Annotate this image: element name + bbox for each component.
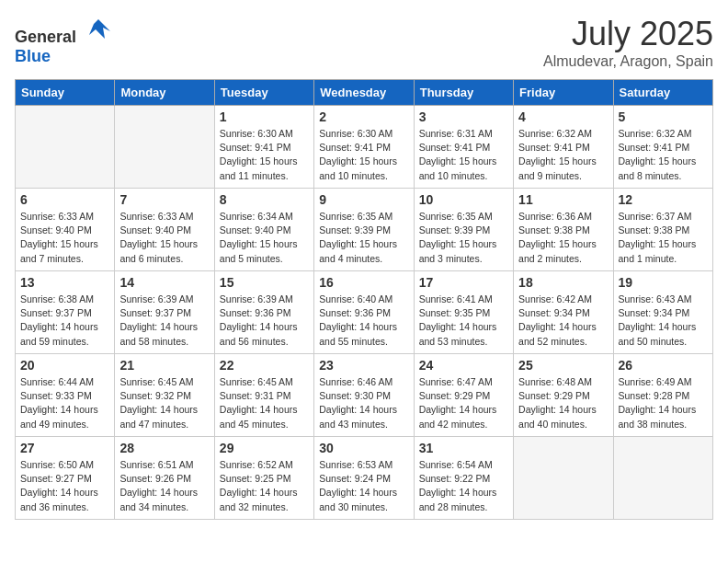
day-number: 6 [20, 192, 109, 207]
month-title: July 2025 [543, 15, 713, 53]
calendar-cell: 7 Sunrise: 6:33 AMSunset: 9:40 PMDayligh… [115, 189, 214, 271]
day-info: Sunrise: 6:35 AMSunset: 9:39 PMDaylight:… [419, 210, 508, 266]
day-number: 14 [119, 275, 209, 290]
weekday-header-friday: Friday [514, 80, 613, 106]
calendar-cell [514, 437, 613, 520]
day-number: 3 [419, 109, 508, 124]
calendar-cell: 10 Sunrise: 6:35 AMSunset: 9:39 PMDaylig… [414, 189, 513, 271]
day-info: Sunrise: 6:39 AMSunset: 9:37 PMDaylight:… [119, 293, 209, 349]
day-number: 2 [319, 109, 408, 124]
calendar-cell: 22 Sunrise: 6:45 AMSunset: 9:31 PMDaylig… [214, 354, 313, 437]
logo-blue: Blue [15, 47, 51, 65]
calendar-cell: 28 Sunrise: 6:51 AMSunset: 9:26 PMDaylig… [115, 437, 214, 520]
calendar-cell: 19 Sunrise: 6:43 AMSunset: 9:34 PMDaylig… [613, 271, 712, 354]
logo: General Blue [15, 15, 112, 66]
weekday-header-row: SundayMondayTuesdayWednesdayThursdayFrid… [16, 80, 713, 106]
calendar-cell: 30 Sunrise: 6:53 AMSunset: 9:24 PMDaylig… [314, 437, 414, 520]
day-number: 25 [518, 358, 608, 373]
weekday-header-monday: Monday [115, 80, 214, 106]
calendar-cell: 18 Sunrise: 6:42 AMSunset: 9:34 PMDaylig… [514, 271, 613, 354]
day-number: 16 [319, 275, 408, 290]
calendar-cell [16, 106, 115, 189]
day-info: Sunrise: 6:37 AMSunset: 9:38 PMDaylight:… [619, 210, 708, 266]
calendar-cell: 25 Sunrise: 6:48 AMSunset: 9:29 PMDaylig… [514, 354, 613, 437]
day-info: Sunrise: 6:52 AMSunset: 9:25 PMDaylight:… [220, 458, 309, 514]
day-number: 21 [119, 358, 209, 373]
day-info: Sunrise: 6:40 AMSunset: 9:36 PMDaylight:… [319, 293, 408, 349]
svg-marker-0 [89, 19, 110, 39]
weekday-header-wednesday: Wednesday [314, 80, 414, 106]
day-info: Sunrise: 6:32 AMSunset: 9:41 PMDaylight:… [619, 127, 708, 183]
calendar-cell: 31 Sunrise: 6:54 AMSunset: 9:22 PMDaylig… [414, 437, 513, 520]
day-number: 1 [220, 109, 309, 124]
page-header: General Blue July 2025 Almudevar, Aragon… [15, 15, 713, 70]
day-info: Sunrise: 6:39 AMSunset: 9:36 PMDaylight:… [220, 293, 309, 349]
day-number: 19 [619, 275, 708, 290]
day-info: Sunrise: 6:36 AMSunset: 9:38 PMDaylight:… [518, 210, 608, 266]
day-info: Sunrise: 6:45 AMSunset: 9:32 PMDaylight:… [119, 375, 209, 431]
weekday-header-tuesday: Tuesday [214, 80, 313, 106]
calendar-cell: 5 Sunrise: 6:32 AMSunset: 9:41 PMDayligh… [613, 106, 712, 189]
day-info: Sunrise: 6:32 AMSunset: 9:41 PMDaylight:… [518, 127, 608, 183]
calendar-cell: 21 Sunrise: 6:45 AMSunset: 9:32 PMDaylig… [115, 354, 214, 437]
calendar-cell: 16 Sunrise: 6:40 AMSunset: 9:36 PMDaylig… [314, 271, 414, 354]
day-number: 11 [518, 192, 608, 207]
calendar-cell: 23 Sunrise: 6:46 AMSunset: 9:30 PMDaylig… [314, 354, 414, 437]
calendar-cell: 1 Sunrise: 6:30 AMSunset: 9:41 PMDayligh… [214, 106, 313, 189]
calendar-cell: 20 Sunrise: 6:44 AMSunset: 9:33 PMDaylig… [16, 354, 115, 437]
calendar-table: SundayMondayTuesdayWednesdayThursdayFrid… [15, 79, 713, 520]
day-info: Sunrise: 6:44 AMSunset: 9:33 PMDaylight:… [20, 375, 109, 431]
day-number: 20 [20, 358, 109, 373]
day-number: 7 [119, 192, 209, 207]
day-number: 4 [518, 109, 608, 124]
calendar-cell: 11 Sunrise: 6:36 AMSunset: 9:38 PMDaylig… [514, 189, 613, 271]
day-info: Sunrise: 6:30 AMSunset: 9:41 PMDaylight:… [220, 127, 309, 183]
week-row-3: 13 Sunrise: 6:38 AMSunset: 9:37 PMDaylig… [16, 271, 713, 354]
day-info: Sunrise: 6:49 AMSunset: 9:28 PMDaylight:… [619, 375, 708, 431]
day-number: 8 [220, 192, 309, 207]
day-info: Sunrise: 6:48 AMSunset: 9:29 PMDaylight:… [518, 375, 608, 431]
day-info: Sunrise: 6:33 AMSunset: 9:40 PMDaylight:… [20, 210, 109, 266]
day-number: 12 [619, 192, 708, 207]
day-number: 15 [220, 275, 309, 290]
calendar-cell: 6 Sunrise: 6:33 AMSunset: 9:40 PMDayligh… [16, 189, 115, 271]
day-number: 18 [518, 275, 608, 290]
calendar-cell: 12 Sunrise: 6:37 AMSunset: 9:38 PMDaylig… [613, 189, 712, 271]
day-number: 22 [220, 358, 309, 373]
day-info: Sunrise: 6:54 AMSunset: 9:22 PMDaylight:… [419, 458, 508, 514]
logo-wordmark: General Blue [15, 15, 112, 66]
calendar-cell: 8 Sunrise: 6:34 AMSunset: 9:40 PMDayligh… [214, 189, 313, 271]
logo-bird-icon [85, 15, 112, 42]
day-info: Sunrise: 6:45 AMSunset: 9:31 PMDaylight:… [220, 375, 309, 431]
day-info: Sunrise: 6:38 AMSunset: 9:37 PMDaylight:… [20, 293, 109, 349]
day-info: Sunrise: 6:30 AMSunset: 9:41 PMDaylight:… [319, 127, 408, 183]
weekday-header-thursday: Thursday [414, 80, 513, 106]
day-info: Sunrise: 6:51 AMSunset: 9:26 PMDaylight:… [119, 458, 209, 514]
calendar-cell: 9 Sunrise: 6:35 AMSunset: 9:39 PMDayligh… [314, 189, 414, 271]
day-number: 29 [220, 441, 309, 455]
week-row-2: 6 Sunrise: 6:33 AMSunset: 9:40 PMDayligh… [16, 189, 713, 271]
day-number: 13 [20, 275, 109, 290]
calendar-cell: 27 Sunrise: 6:50 AMSunset: 9:27 PMDaylig… [16, 437, 115, 520]
title-block: July 2025 Almudevar, Aragon, Spain [543, 15, 713, 70]
calendar-cell: 29 Sunrise: 6:52 AMSunset: 9:25 PMDaylig… [214, 437, 313, 520]
day-info: Sunrise: 6:42 AMSunset: 9:34 PMDaylight:… [518, 293, 608, 349]
day-info: Sunrise: 6:50 AMSunset: 9:27 PMDaylight:… [20, 458, 109, 514]
day-info: Sunrise: 6:31 AMSunset: 9:41 PMDaylight:… [419, 127, 508, 183]
calendar-cell: 26 Sunrise: 6:49 AMSunset: 9:28 PMDaylig… [613, 354, 712, 437]
logo-general: General [15, 28, 76, 46]
day-number: 28 [119, 441, 209, 455]
calendar-cell: 4 Sunrise: 6:32 AMSunset: 9:41 PMDayligh… [514, 106, 613, 189]
day-number: 26 [619, 358, 708, 373]
weekday-header-sunday: Sunday [16, 80, 115, 106]
day-info: Sunrise: 6:34 AMSunset: 9:40 PMDaylight:… [220, 210, 309, 266]
day-number: 5 [619, 109, 708, 124]
calendar-cell: 13 Sunrise: 6:38 AMSunset: 9:37 PMDaylig… [16, 271, 115, 354]
location-title: Almudevar, Aragon, Spain [543, 53, 713, 70]
day-number: 23 [319, 358, 408, 373]
day-info: Sunrise: 6:46 AMSunset: 9:30 PMDaylight:… [319, 375, 408, 431]
day-number: 27 [20, 441, 109, 455]
week-row-4: 20 Sunrise: 6:44 AMSunset: 9:33 PMDaylig… [16, 354, 713, 437]
day-number: 17 [419, 275, 508, 290]
day-info: Sunrise: 6:33 AMSunset: 9:40 PMDaylight:… [119, 210, 209, 266]
